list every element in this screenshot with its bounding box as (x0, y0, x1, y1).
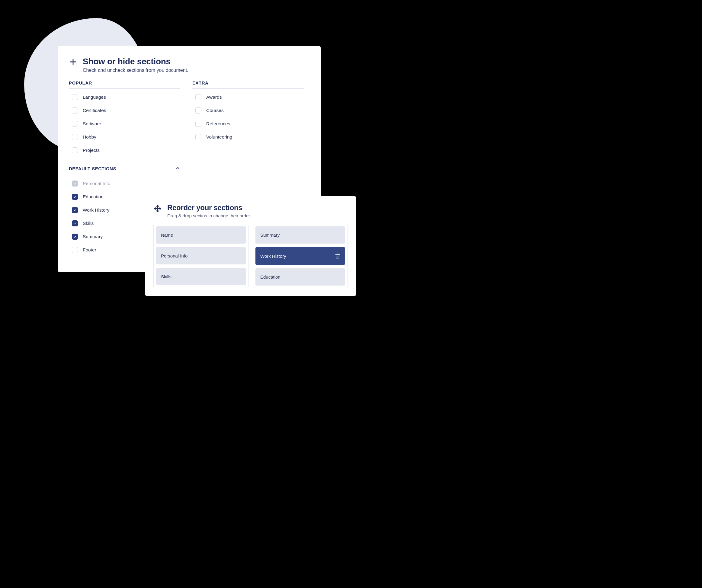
checkbox-certificates[interactable]: Certificates (69, 104, 180, 117)
checkbox-label: Personal Info (83, 181, 110, 186)
checkbox-hobby[interactable]: Hobby (69, 130, 180, 144)
show-hide-header: Show or hide sections Check and uncheck … (69, 57, 304, 73)
checkbox-label: Awards (206, 95, 222, 100)
checkbox-label: Footer (83, 247, 96, 253)
checkbox-projects[interactable]: Projects (69, 144, 180, 157)
checkbox-icon (195, 107, 201, 114)
checkbox-label: Summary (83, 234, 103, 239)
checkbox-icon (72, 207, 78, 213)
reorder-subtitle: Drag & drop sectios to change their orde… (167, 213, 251, 218)
checkbox-icon (72, 220, 78, 226)
default-sections-heading-label: DEFAULT SECTIONS (69, 166, 116, 171)
reorder-column-right[interactable]: Summary Work History Education (253, 224, 348, 288)
reorder-header: Reorder your sections Drag & drop sectio… (153, 204, 348, 218)
reorder-item-summary[interactable]: Summary (255, 226, 345, 244)
chevron-up-icon (175, 165, 181, 172)
checkbox-languages[interactable]: Languages (69, 91, 180, 104)
checkbox-icon (72, 147, 78, 153)
trash-icon[interactable] (335, 253, 340, 259)
extra-column: EXTRA Awards Courses References Voluntee… (192, 80, 304, 157)
checkbox-icon (72, 181, 78, 187)
checkbox-references[interactable]: References (192, 117, 304, 130)
checkbox-icon (72, 121, 78, 127)
reorder-title: Reorder your sections (167, 204, 251, 212)
reorder-item-label: Name (161, 232, 173, 238)
move-icon (153, 205, 162, 213)
popular-heading: POPULAR (69, 80, 180, 89)
reorder-item-work-history[interactable]: Work History (255, 247, 345, 265)
checkbox-label: Skills (83, 221, 94, 226)
checkbox-label: References (206, 121, 230, 126)
checkbox-label: Education (83, 194, 104, 200)
checkbox-icon (195, 121, 201, 127)
reorder-item-personal-info[interactable]: Personal Info (156, 247, 246, 264)
reorder-card: Reorder your sections Drag & drop sectio… (145, 196, 356, 296)
checkbox-icon (195, 134, 201, 140)
checkbox-awards[interactable]: Awards (192, 91, 304, 104)
checkbox-label: Languages (83, 95, 106, 100)
checkbox-icon (72, 107, 78, 114)
checkbox-icon (72, 247, 78, 253)
default-sections-heading[interactable]: DEFAULT SECTIONS (69, 165, 181, 175)
reorder-item-label: Work History (260, 254, 286, 259)
checkbox-icon (72, 134, 78, 140)
show-hide-title: Show or hide sections (83, 57, 189, 67)
plus-icon (69, 58, 77, 66)
reorder-item-label: Personal Info (161, 253, 188, 258)
checkbox-label: Certificates (83, 108, 106, 113)
checkbox-label: Volunteering (206, 134, 232, 140)
checkbox-label: Hobby (83, 134, 96, 140)
checkbox-label: Software (83, 121, 101, 126)
checkbox-label: Work History (83, 207, 109, 213)
reorder-item-label: Education (260, 274, 280, 279)
popular-column: POPULAR Languages Certificates Software … (69, 80, 180, 157)
checkbox-icon (195, 94, 201, 100)
reorder-item-label: Skills (161, 274, 171, 279)
reorder-item-name[interactable]: Name (156, 226, 246, 244)
reorder-item-label: Summary (260, 232, 279, 238)
checkbox-label: Courses (206, 108, 224, 113)
checkbox-personal-info: Personal Info (69, 177, 181, 190)
checkbox-software[interactable]: Software (69, 117, 180, 130)
checkbox-courses[interactable]: Courses (192, 104, 304, 117)
reorder-column-left[interactable]: Name Personal Info Skills (153, 224, 248, 288)
checkbox-icon (72, 194, 78, 200)
reorder-item-education[interactable]: Education (255, 268, 345, 285)
checkbox-icon (72, 94, 78, 100)
extra-heading: EXTRA (192, 80, 304, 89)
checkbox-icon (72, 234, 78, 240)
checkbox-label: Projects (83, 148, 100, 153)
show-hide-subtitle: Check and uncheck sections from you docu… (83, 68, 189, 73)
checkbox-volunteering[interactable]: Volunteering (192, 130, 304, 144)
reorder-item-skills[interactable]: Skills (156, 268, 246, 285)
